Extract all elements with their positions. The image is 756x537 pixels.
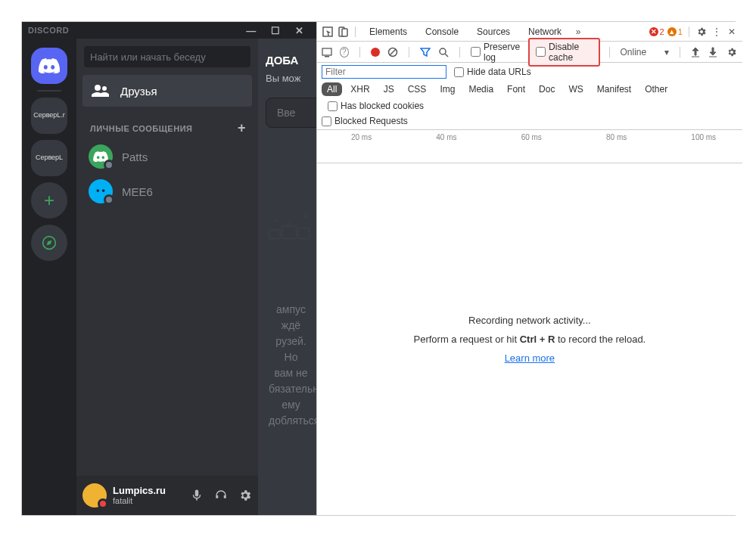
server-item[interactable]: СерверL (31, 140, 67, 176)
channel-sidebar: Найти или начать беседу Друзья ЛИЧНЫЕ СО… (76, 39, 258, 515)
tab-elements[interactable]: Elements (362, 22, 415, 41)
download-icon[interactable] (708, 46, 718, 58)
discord-titlebar: DISCORD — ☐ ✕ (22, 22, 316, 39)
svg-line-9 (288, 222, 289, 226)
dm-name: MEE6 (122, 185, 153, 198)
inspect-icon[interactable] (322, 26, 334, 38)
deafen-icon[interactable] (214, 489, 228, 502)
avatar (89, 144, 113, 169)
hint-message: Perform a request or hit Ctrl + R to rec… (414, 334, 646, 345)
close-button[interactable]: ✕ (289, 23, 310, 38)
hide-urls-checkbox[interactable]: Hide data URLs (454, 67, 531, 77)
svg-rect-5 (282, 226, 297, 239)
throttle-select[interactable]: Online▾ (620, 47, 669, 57)
devtools-panel: Elements Console Sources Network » ✕2 ▲1… (316, 22, 742, 515)
server-label: СерверL.r (33, 112, 65, 120)
type-css[interactable]: CSS (403, 82, 432, 96)
type-img[interactable]: Img (434, 82, 460, 96)
friends-tab[interactable]: Друзья (82, 75, 252, 107)
server-label: СерверL (36, 154, 63, 162)
add-server-button[interactable]: + (31, 182, 67, 219)
svg-line-18 (445, 54, 448, 57)
wumpus-illustration (266, 188, 316, 264)
create-dm-button[interactable]: + (238, 120, 246, 136)
discord-icon (39, 58, 60, 73)
maximize-button[interactable]: ☐ (265, 23, 286, 38)
help-icon[interactable]: ? (340, 47, 349, 57)
type-ws[interactable]: WS (563, 82, 588, 96)
explore-button[interactable] (31, 225, 67, 261)
network-settings-icon[interactable] (726, 46, 738, 58)
svg-point-17 (440, 48, 446, 54)
kebab-icon[interactable]: ⋮ (711, 26, 723, 38)
toggle-screenshot-icon[interactable] (322, 46, 332, 58)
svg-point-7 (304, 214, 307, 217)
user-tag: fatalit (113, 496, 166, 506)
discord-logo-text: DISCORD (28, 26, 69, 35)
filter-icon[interactable] (420, 46, 431, 58)
friends-label: Друзья (120, 85, 157, 98)
svg-rect-12 (342, 29, 347, 36)
svg-rect-13 (322, 48, 331, 55)
home-button[interactable] (31, 48, 67, 84)
wumpus-text: ампус ждё рузей. Но вам не бязательно ем… (266, 302, 316, 429)
server-list: СерверL.r СерверL + (22, 39, 76, 515)
type-doc[interactable]: Doc (534, 82, 560, 96)
svg-point-3 (102, 189, 105, 192)
network-toolbar: ? Preserve log Disable cache Online▾ (317, 42, 742, 63)
mute-icon[interactable] (190, 489, 204, 502)
svg-point-8 (275, 219, 278, 222)
type-xhr[interactable]: XHR (345, 82, 375, 96)
main-content: ДОБА Вы мож Вве ампус ждё рузей. Но вам … (258, 39, 316, 515)
svg-rect-6 (298, 228, 309, 238)
upload-icon[interactable] (691, 46, 701, 58)
type-all[interactable]: All (322, 82, 342, 96)
disable-cache-checkbox[interactable]: Disable cache (528, 38, 600, 67)
close-devtools-icon[interactable]: ✕ (726, 26, 738, 38)
record-button[interactable] (371, 46, 381, 58)
type-font[interactable]: Font (502, 82, 530, 96)
svg-point-2 (97, 189, 100, 192)
more-tabs-icon[interactable]: » (572, 26, 584, 38)
type-media[interactable]: Media (463, 82, 499, 96)
dm-header: ЛИЧНЫЕ СООБЩЕНИЯ + (76, 107, 258, 139)
status-offline-icon (104, 160, 114, 170)
has-blocked-checkbox[interactable]: Has blocked cookies (328, 101, 424, 111)
minimize-button[interactable]: — (241, 23, 262, 38)
clear-icon[interactable] (387, 46, 398, 58)
learn-more-link[interactable]: Learn more (505, 352, 555, 364)
type-other[interactable]: Other (639, 82, 673, 96)
preserve-log-checkbox[interactable]: Preserve log (471, 42, 522, 63)
type-manifest[interactable]: Manifest (592, 82, 636, 96)
tab-console[interactable]: Console (418, 22, 466, 41)
user-panel: Lumpics.ru fatalit (76, 476, 258, 515)
filter-input[interactable] (322, 65, 446, 79)
tab-sources[interactable]: Sources (469, 22, 518, 41)
error-badge[interactable]: ✕2 (649, 27, 664, 36)
timeline[interactable]: 20 ms 40 ms 60 ms 80 ms 100 ms (317, 130, 742, 163)
settings-icon[interactable] (238, 489, 252, 502)
server-separator (37, 90, 61, 92)
search-icon[interactable] (438, 46, 449, 58)
search-input[interactable]: Найти или начать беседу (84, 46, 250, 67)
device-toggle-icon[interactable] (337, 26, 349, 38)
recording-message: Recording network activity... (468, 315, 591, 326)
avatar (89, 179, 113, 203)
user-name: Lumpics.ru (113, 485, 166, 497)
blocked-requests-checkbox[interactable]: Blocked Requests (322, 116, 738, 126)
dm-item[interactable]: MEE6 (82, 175, 252, 208)
add-friend-input[interactable]: Вве (266, 98, 316, 128)
user-avatar[interactable] (82, 483, 107, 508)
warning-badge[interactable]: ▲1 (667, 27, 683, 36)
friends-icon (92, 85, 110, 97)
add-friend-heading: ДОБА (266, 54, 316, 67)
dm-item[interactable]: Patts (82, 140, 252, 173)
server-item[interactable]: СерверL.r (31, 98, 67, 134)
add-friend-sub: Вы мож (266, 73, 316, 84)
settings-icon[interactable] (695, 26, 708, 38)
type-filters: All XHR JS CSS Img Media Font Doc WS Man… (317, 81, 742, 130)
type-js[interactable]: JS (378, 82, 400, 96)
network-body: Recording network activity... Perform a … (317, 163, 742, 515)
svg-rect-4 (269, 230, 280, 239)
svg-line-16 (390, 49, 396, 55)
